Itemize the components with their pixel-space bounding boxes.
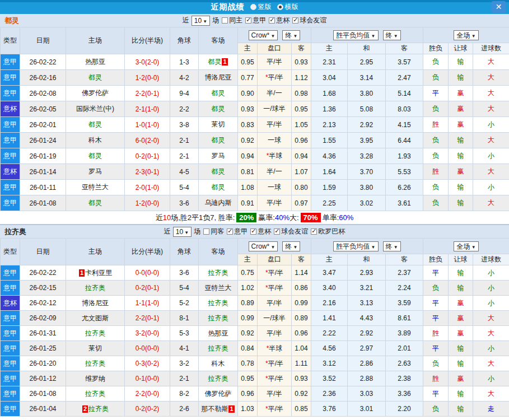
team-label: 热那亚	[208, 329, 228, 337]
checkbox-icon[interactable]	[222, 17, 228, 24]
scope-group-header: 全场	[423, 27, 509, 43]
home-team-cell: 热那亚	[66, 54, 125, 70]
checkbox-icon[interactable]	[292, 17, 298, 24]
layout-radio-vertical-label[interactable]: 竖版	[258, 2, 272, 12]
checkbox-icon[interactable]	[311, 228, 317, 235]
sub-column-header: 让球	[449, 254, 473, 265]
checkbox-icon[interactable]	[274, 228, 280, 235]
checkbox-icon[interactable]	[250, 228, 256, 235]
column-header: 主场	[66, 239, 125, 265]
mean-away-cell: 3.89	[386, 326, 423, 341]
odds-away-cell: 0.92	[292, 386, 311, 402]
final-avg-select[interactable]: 终	[383, 30, 401, 40]
avg-select[interactable]: 胜平负均值	[333, 241, 378, 251]
summary-part: 20%	[236, 213, 256, 222]
type-cell: 意杯	[1, 296, 20, 311]
close-button[interactable]: ✕	[492, 1, 506, 13]
rank-badge: 1	[222, 58, 227, 66]
away-team-cell: 拉齐奥	[199, 341, 238, 356]
layout-radio-horizontal-label[interactable]: 横版	[285, 2, 298, 12]
filter-checkbox-label: 意甲	[234, 227, 248, 236]
match-row: 意杯26-01-14罗马2-3(0-1)4-5都灵0.81半/一1.071.64…	[1, 164, 509, 180]
date-cell: 26-02-15	[20, 281, 66, 296]
match-count-select[interactable]: 10	[192, 16, 211, 26]
header-row: 类型日期主场比分(半场)角球客场Crow*终胜平负均值终全场	[1, 27, 509, 43]
odds-home-cell: 0.99	[238, 311, 258, 326]
checkbox-icon[interactable]	[269, 17, 275, 24]
corners-cell: 3-8	[170, 117, 199, 133]
handicap-result-cell: 输	[449, 133, 473, 148]
match-count-select[interactable]: 10	[173, 227, 192, 237]
column-header: 日期	[20, 27, 66, 54]
filter-checkbox-4[interactable]: 欧罗巴杯	[311, 227, 345, 236]
goals-result-cell: 大	[473, 164, 509, 180]
team-label: 乌迪内斯	[205, 199, 232, 207]
odds-handicap-cell: 平/半	[258, 54, 292, 70]
sub-column-header: 和	[348, 254, 386, 265]
scope-select[interactable]: 全场	[454, 30, 478, 40]
team-label: 都灵	[208, 58, 221, 66]
filter-checkbox-0[interactable]: 同客	[203, 227, 224, 236]
mean-away-cell: 2.63	[386, 356, 423, 371]
team-label: 都灵	[212, 136, 225, 144]
final-odds-select[interactable]: 终	[282, 30, 300, 40]
scope-select[interactable]: 全场	[454, 241, 478, 251]
rank-badge: 1	[79, 269, 85, 277]
team-label: 都灵	[88, 73, 102, 81]
mean-away-cell: 5.14	[386, 86, 423, 101]
result-cell: 平	[423, 341, 449, 356]
score-cell: 3-0(2-0)	[125, 54, 170, 70]
mean-home-cell: 4.36	[311, 148, 348, 164]
avg-select[interactable]: 胜平负均值	[333, 30, 378, 40]
away-team-cell: 拉齐奥	[199, 371, 238, 386]
bookmaker-select[interactable]: Crow*	[249, 30, 278, 40]
checkbox-icon[interactable]	[245, 17, 251, 24]
handicap-result-cell: 输	[449, 386, 473, 402]
score-cell: 0-1(0-0)	[125, 371, 170, 386]
final-avg-select[interactable]: 终	[383, 241, 401, 251]
match-row: 意甲26-01-042拉齐奥0-2(0-2)2-6那不勒斯11.03*平/半0.…	[1, 402, 509, 417]
odds-handicap-cell: 一球	[258, 133, 292, 148]
mean-home-cell: 2.31	[311, 54, 348, 70]
corners-cell: 8-2	[170, 386, 199, 402]
layout-radio-horizontal[interactable]	[277, 4, 283, 10]
filter-checkbox-3[interactable]: 球会友谊	[292, 16, 326, 25]
checkbox-icon[interactable]	[203, 228, 209, 235]
filter-checkbox-1[interactable]: 意甲	[227, 227, 248, 236]
mean-away-cell: 8.61	[386, 311, 423, 326]
bookmaker-select[interactable]: Crow*	[249, 241, 278, 251]
sub-column-header: 让球	[449, 43, 473, 54]
handicap-result-cell: 输	[449, 148, 473, 164]
handicap-result-cell: 赢	[449, 311, 473, 326]
odds-away-cell: 0.93	[292, 371, 311, 386]
filter-checkbox-2[interactable]: 意杯	[269, 16, 289, 25]
filter-checkbox-1[interactable]: 意甲	[245, 16, 266, 25]
odds-home-cell: 0.93	[238, 101, 258, 117]
home-team-cell: 博洛尼亚	[66, 296, 125, 311]
match-row: 意甲26-02-221卡利亚里0-0(0-0)3-6拉齐奥0.75*平/半1.1…	[1, 265, 509, 281]
away-team-cell: 都灵	[199, 164, 238, 180]
checkbox-icon[interactable]	[227, 228, 233, 235]
type-cell: 意甲	[1, 70, 20, 86]
date-cell: 26-02-16	[20, 70, 66, 86]
filter-checkbox-3[interactable]: 球会友谊	[274, 227, 308, 236]
odds-handicap-cell: 半/一	[258, 164, 292, 180]
mean-draw-cell: 2.95	[348, 54, 386, 70]
score-cell: 3-2(0-0)	[125, 326, 170, 341]
away-team-cell: 那不勒斯1	[199, 402, 238, 417]
matches-table: 类型日期主场比分(半场)角球客场Crow*终胜平负均值终全场主盘口客主和客胜负让…	[0, 27, 509, 211]
odds-home-cell: 0.89	[238, 296, 258, 311]
odds-home-cell: 0.75	[238, 265, 258, 281]
result-cell: 平	[423, 296, 449, 311]
team-label: 博洛尼亚	[82, 299, 109, 307]
odds-handicap-cell: *半球	[258, 341, 292, 356]
match-row: 意甲26-01-19都灵0-2(0-1)2-1罗马0.94*半球0.944.36…	[1, 148, 509, 164]
goals-result-cell: 大	[473, 195, 509, 211]
mean-away-cell: 4.15	[386, 117, 423, 133]
away-team-cell: 拉齐奥	[199, 296, 238, 311]
layout-radio-vertical[interactable]	[250, 4, 256, 10]
home-team-cell: 亚特兰大	[66, 180, 125, 195]
final-odds-select[interactable]: 终	[282, 241, 300, 251]
filter-checkbox-2[interactable]: 意杯	[250, 227, 271, 236]
filter-checkbox-0[interactable]: 同主	[222, 16, 242, 25]
